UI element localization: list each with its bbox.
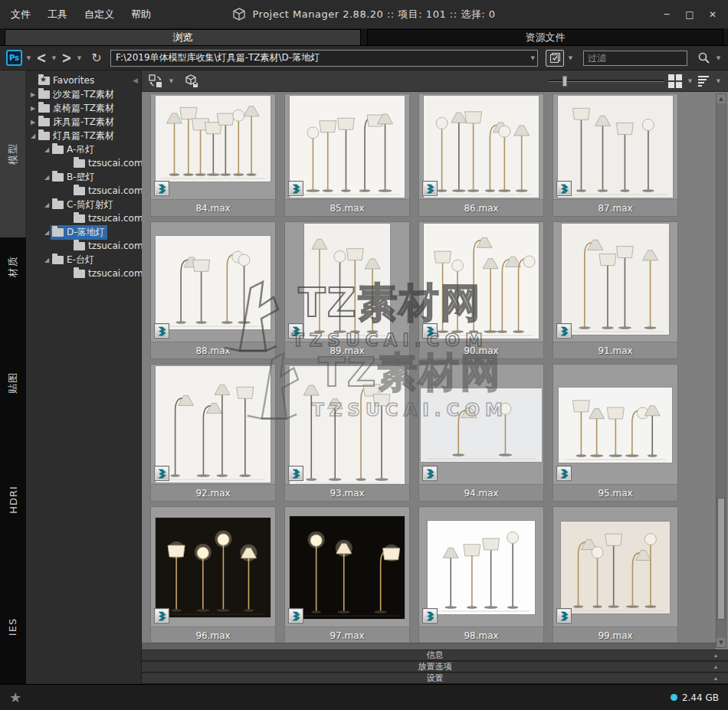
tree-item[interactable]: tzsucai.com bbox=[26, 267, 141, 280]
chevron-down-icon[interactable]: ▼ bbox=[76, 55, 83, 61]
asset-card[interactable]: 88.max bbox=[150, 221, 276, 359]
sort-list-icon[interactable] bbox=[698, 75, 710, 87]
address-input[interactable] bbox=[110, 50, 538, 67]
tree-item[interactable]: ★Favorites bbox=[26, 74, 141, 87]
tree-item[interactable]: tzsucai.com bbox=[26, 156, 141, 170]
tree-item[interactable]: tzsucai.com bbox=[26, 211, 141, 225]
refresh-icon[interactable]: ↻ bbox=[89, 51, 104, 65]
chevron-down-icon[interactable]: ▼ bbox=[567, 55, 574, 61]
vertical-tab-材质[interactable]: 材质 bbox=[0, 245, 26, 288]
chevron-down-icon[interactable]: ▼ bbox=[51, 55, 57, 61]
tab-browse[interactable]: 浏览 bbox=[5, 29, 361, 45]
filter-input[interactable] bbox=[583, 51, 687, 66]
tree-item[interactable]: ▶沙发篇-TZ素材 bbox=[26, 87, 141, 101]
tree-expanded-icon[interactable]: ◢ bbox=[43, 146, 51, 153]
close-button[interactable]: ✕ bbox=[707, 9, 719, 20]
tree-item[interactable]: ◢E-台灯 bbox=[26, 253, 141, 267]
scrollbar-thumb[interactable] bbox=[717, 498, 725, 620]
chevron-down-icon[interactable]: ▼ bbox=[531, 55, 535, 61]
asset-card[interactable]: 93.max bbox=[284, 364, 410, 502]
tree-node[interactable]: 沙发篇-TZ素材 bbox=[37, 87, 116, 102]
menu-item-0[interactable]: 文件 bbox=[11, 8, 31, 21]
asset-card[interactable]: 84.max bbox=[150, 93, 276, 217]
asset-card[interactable]: 97.max bbox=[284, 506, 410, 644]
asset-card[interactable]: 89.max bbox=[284, 221, 410, 359]
tree-collapsed-icon[interactable]: ▶ bbox=[29, 91, 37, 98]
panel-collapse-icon[interactable]: ▴ bbox=[714, 663, 717, 671]
asset-card[interactable]: 94.max bbox=[418, 364, 544, 502]
asset-card[interactable]: 90.max bbox=[418, 221, 544, 359]
asset-card[interactable]: 87.max bbox=[553, 93, 678, 217]
tree-expanded-icon[interactable]: ◢ bbox=[29, 133, 37, 139]
tree-node[interactable]: tzsucai.com bbox=[72, 212, 146, 224]
tree-item[interactable]: tzsucai.com bbox=[26, 184, 141, 198]
tree-expanded-icon[interactable]: ◢ bbox=[43, 174, 51, 181]
panel-collapse-icon[interactable]: ▴ bbox=[714, 675, 717, 682]
panel-collapse-icon[interactable]: ▴ bbox=[714, 652, 717, 659]
tree-node[interactable]: 床具篇-TZ素材 bbox=[37, 115, 116, 129]
vertical-scrollbar[interactable]: ▲ ▼ bbox=[716, 93, 726, 648]
tree-expanded-icon[interactable]: ◢ bbox=[43, 257, 51, 263]
asset-card[interactable]: 98.max bbox=[418, 506, 544, 644]
panel-bar-2[interactable]: 设置▴ bbox=[142, 672, 728, 684]
tree-node[interactable]: tzsucai.com bbox=[72, 185, 146, 197]
favorites-star-icon[interactable]: ★ bbox=[9, 689, 21, 705]
tree-item[interactable]: ▶桌椅篇-TZ素材 bbox=[26, 101, 141, 115]
vertical-tab-IES[interactable]: IES bbox=[0, 605, 26, 648]
menu-item-1[interactable]: 工具 bbox=[48, 8, 67, 21]
grid-view-icon[interactable] bbox=[668, 74, 682, 88]
chevron-down-icon[interactable]: ▼ bbox=[168, 78, 175, 84]
forward-button[interactable]: > bbox=[61, 49, 73, 67]
tree-item[interactable]: ◢B-壁灯 bbox=[26, 170, 141, 184]
minimize-button[interactable]: ─ bbox=[661, 9, 673, 20]
tree-node[interactable]: ★Favorites bbox=[37, 74, 97, 87]
chevron-down-icon[interactable]: ▼ bbox=[715, 78, 722, 84]
tree-node[interactable]: 桌椅篇-TZ素材 bbox=[37, 101, 116, 116]
tree-expanded-icon[interactable]: ◢ bbox=[43, 229, 51, 236]
horizontal-scrollbar[interactable] bbox=[142, 643, 716, 649]
tree-item[interactable]: ◢D-落地灯 bbox=[26, 225, 141, 239]
back-button[interactable]: < bbox=[35, 49, 48, 67]
vertical-tab-HDRI[interactable]: HDRI bbox=[0, 478, 26, 521]
merge-model-icon[interactable] bbox=[184, 74, 199, 89]
thumbnail-size-slider[interactable] bbox=[549, 76, 664, 87]
tree-item[interactable]: ◢灯具篇-TZ素材 bbox=[26, 129, 141, 142]
tree-expanded-icon[interactable]: ◢ bbox=[43, 201, 51, 208]
tree-node[interactable]: tzsucai.com bbox=[72, 267, 146, 280]
vertical-tab-贴图[interactable]: 贴图 bbox=[0, 362, 26, 404]
menu-item-3[interactable]: 帮助 bbox=[131, 8, 151, 21]
tree-node[interactable]: C-筒灯射灯 bbox=[51, 198, 116, 212]
asset-card[interactable]: 86.max bbox=[418, 93, 544, 217]
tree-node[interactable]: 灯具篇-TZ素材 bbox=[37, 129, 116, 143]
sidebar-collapse-icon[interactable]: ◀ bbox=[133, 77, 138, 84]
chevron-down-icon[interactable]: ▼ bbox=[25, 55, 32, 61]
tree-item[interactable]: ▶床具篇-TZ素材 bbox=[26, 115, 141, 129]
tree-node-selected[interactable]: D-落地灯 bbox=[51, 225, 107, 240]
maximize-button[interactable]: □ bbox=[684, 9, 696, 20]
panel-bar-0[interactable]: 信息▴ bbox=[142, 649, 728, 661]
tree-node[interactable]: tzsucai.com bbox=[72, 157, 146, 169]
chevron-down-icon[interactable]: ▼ bbox=[715, 55, 722, 61]
tab-resource-files[interactable]: 资源文件 bbox=[367, 29, 723, 45]
panel-bar-1[interactable]: 放置选项▴ bbox=[142, 661, 728, 672]
tree-node[interactable]: E-台灯 bbox=[51, 253, 97, 267]
slider-handle[interactable] bbox=[562, 76, 567, 87]
menu-item-2[interactable]: 自定义 bbox=[84, 8, 114, 21]
vertical-tab-模型[interactable]: 模型 bbox=[0, 70, 26, 237]
tree-node[interactable]: tzsucai.com bbox=[72, 240, 146, 252]
refresh-thumbnails-icon[interactable] bbox=[148, 74, 163, 89]
tree-item[interactable]: tzsucai.com bbox=[26, 239, 141, 253]
asset-card[interactable]: 85.max bbox=[284, 93, 410, 217]
checked-layers-filter-button[interactable] bbox=[546, 50, 564, 67]
tree-node[interactable]: A-吊灯 bbox=[51, 142, 97, 157]
tree-collapsed-icon[interactable]: ▶ bbox=[29, 119, 37, 126]
scroll-up-icon[interactable]: ▲ bbox=[717, 94, 726, 103]
tree-item[interactable]: ◢C-筒灯射灯 bbox=[26, 198, 141, 211]
chevron-down-icon[interactable]: ▼ bbox=[687, 78, 694, 84]
asset-card[interactable]: 95.max bbox=[553, 364, 678, 502]
tree-item[interactable]: ◢A-吊灯 bbox=[26, 142, 141, 156]
tree-node[interactable]: B-壁灯 bbox=[51, 170, 97, 185]
search-button[interactable] bbox=[695, 50, 712, 67]
scroll-down-icon[interactable]: ▼ bbox=[717, 638, 726, 647]
asset-card[interactable]: 92.max bbox=[150, 364, 276, 502]
